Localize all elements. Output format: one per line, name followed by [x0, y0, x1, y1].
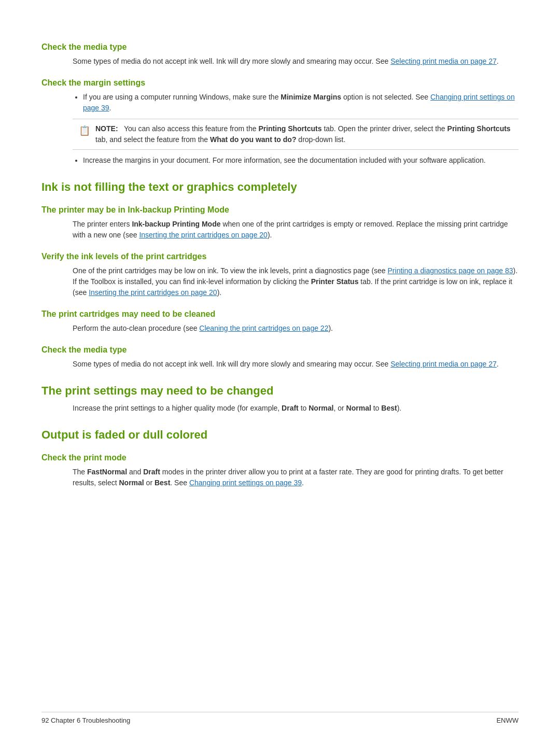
heading-check-media-type-2: Check the media type [41, 345, 519, 355]
para-ink-backup-mode: The printer enters Ink-backup Printing M… [73, 219, 519, 241]
note-icon: 📋 [79, 124, 90, 138]
link-printing-diagnostics[interactable]: Printing a diagnostics page on page 83 [388, 266, 513, 275]
note-text: NOTE: You can also access this feature f… [95, 123, 512, 145]
link-cleaning-cartridges[interactable]: Cleaning the print cartridges on page 22 [199, 324, 328, 332]
list-item-minimize-margins: If you are using a computer running Wind… [83, 92, 519, 114]
note-printing-shortcuts: 📋 NOTE: You can also access this feature… [73, 119, 519, 150]
heading-ink-not-filling: Ink is not filling the text or graphics … [41, 180, 519, 194]
link-inserting-cartridges-2[interactable]: Inserting the print cartridges on page 2… [89, 288, 217, 297]
para-cartridges-cleaning: Perform the auto-clean procedure (see Cl… [73, 323, 519, 334]
link-selecting-print-media-2[interactable]: Selecting print media on page 27 [390, 360, 497, 368]
heading-cartridges-cleaning: The print cartridges may need to be clea… [41, 310, 519, 319]
heading-check-margin-settings: Check the margin settings [41, 78, 519, 88]
heading-check-media-type-1: Check the media type [41, 43, 519, 52]
para-verify-ink-levels: One of the print cartridges may be low o… [73, 265, 519, 298]
heading-print-settings-changed: The print settings may need to be change… [41, 384, 519, 398]
margin-settings-list-2: Increase the margins in your document. F… [73, 155, 519, 166]
page-footer: 92 Chapter 6 Troubleshooting ENWW [41, 712, 519, 724]
list-item-increase-margins: Increase the margins in your document. F… [83, 155, 519, 166]
footer-left: 92 Chapter 6 Troubleshooting [41, 716, 130, 724]
link-changing-print-settings-2[interactable]: Changing print settings on page 39 [189, 479, 302, 487]
para-check-print-mode: The FastNormal and Draft modes in the pr… [73, 467, 519, 488]
para-check-media-type-2: Some types of media do not accept ink we… [73, 359, 519, 370]
heading-verify-ink-levels: Verify the ink levels of the print cartr… [41, 252, 519, 261]
link-inserting-cartridges-1[interactable]: Inserting the print cartridges on page 2… [139, 231, 268, 239]
heading-check-print-mode: Check the print mode [41, 453, 519, 462]
para-check-media-type-1: Some types of media do not accept ink we… [73, 56, 519, 67]
page-content: Check the media type Some types of media… [0, 0, 560, 535]
link-selecting-print-media-1[interactable]: Selecting print media on page 27 [390, 57, 497, 65]
margin-settings-list: If you are using a computer running Wind… [73, 92, 519, 114]
para-print-settings-changed: Increase the print settings to a higher … [73, 403, 519, 414]
heading-ink-backup-mode: The printer may be in Ink-backup Printin… [41, 205, 519, 215]
heading-output-faded: Output is faded or dull colored [41, 428, 519, 442]
footer-right: ENWW [496, 716, 519, 724]
